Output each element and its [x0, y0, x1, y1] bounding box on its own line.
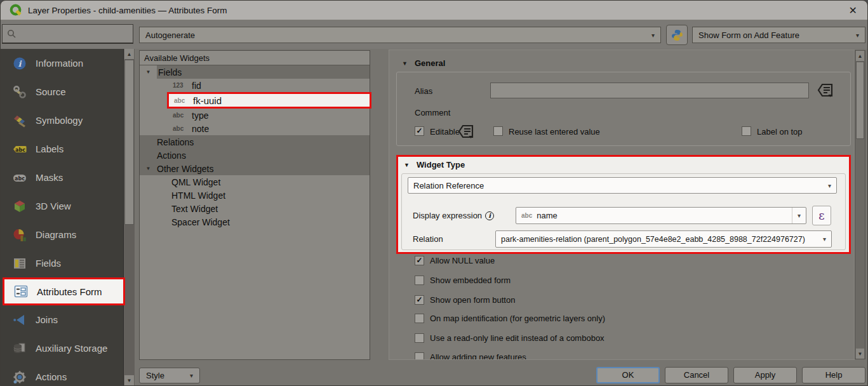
relation-label: Relation [413, 234, 443, 244]
option-label: Allow NULL value [430, 256, 495, 265]
window-title: Layer Properties - child-amenities — Att… [28, 6, 227, 15]
tree-group-label: Other Widgets [157, 164, 213, 174]
show-open-form-button-checkbox[interactable]: ✓ [415, 295, 424, 305]
form-layout-select[interactable]: Autogenerate ▾ [139, 27, 661, 43]
sidebar-item-joins[interactable]: Joins [1, 305, 123, 334]
ok-button[interactable]: OK [596, 367, 660, 383]
source-icon [12, 84, 27, 100]
info-icon: i [485, 211, 494, 220]
option-label: Show open form button [430, 295, 515, 305]
expression-builder-button[interactable]: ε [812, 206, 831, 225]
collapse-arrow-icon: ▼ [402, 60, 408, 67]
data-defined-override-icon[interactable] [457, 123, 474, 140]
apply-button[interactable]: Apply [733, 367, 797, 383]
sidebar-item-diagrams[interactable]: Diagrams [1, 220, 123, 249]
sidebar-item-3d-view[interactable]: 3D View [1, 192, 123, 220]
sidebar-scrollbar[interactable]: ▲ ▼ [123, 49, 135, 385]
python-init-button[interactable] [666, 25, 688, 45]
alias-input[interactable] [490, 83, 809, 98]
allow-adding-features-option[interactable]: Allow adding new features [415, 352, 526, 360]
tree-group-relations[interactable]: Relations [140, 135, 370, 149]
text-type-icon: abc [173, 125, 192, 132]
widget-type-header[interactable]: ▼ Widget Type [404, 160, 465, 170]
tree-item-label: fk-uuid [193, 95, 222, 106]
reuse-last-value-checkbox[interactable] [493, 126, 503, 136]
readonly-line-edit-checkbox[interactable] [415, 333, 424, 343]
sidebar-item-auxiliary-storage[interactable]: Auxiliary Storage [1, 334, 123, 363]
tree-item-note[interactable]: abc note [140, 122, 370, 135]
label-on-top-checkbox[interactable] [742, 126, 751, 136]
display-expression-select[interactable]: abc name ▾ [516, 207, 806, 224]
sidebar-item-labels[interactable]: abc Labels [1, 135, 123, 163]
tree-item-label: Text Widget [171, 204, 218, 214]
help-button[interactable]: Help [802, 367, 865, 383]
scroll-down-icon[interactable]: ▼ [856, 349, 864, 359]
settings-scrollbar[interactable]: ▲ ▼ [855, 50, 865, 359]
editable-checkbox[interactable]: ✓ [415, 126, 424, 136]
tree-item-qml-widget[interactable]: QML Widget [140, 175, 370, 189]
qgis-logo-icon [10, 4, 22, 17]
properties-sidebar: i Information Source Symbology abc Label… [1, 49, 123, 385]
general-section-header[interactable]: ▼ General [402, 58, 445, 68]
sidebar-item-label: Fields [36, 258, 61, 269]
tree-item-spacer-widget[interactable]: Spacer Widget [140, 215, 370, 229]
sidebar-item-fields[interactable]: Fields [1, 249, 123, 277]
tree-group-other-widgets[interactable]: ▼ Other Widgets [140, 162, 370, 175]
scroll-up-icon[interactable]: ▲ [856, 51, 864, 61]
display-expression-value: name [537, 211, 558, 220]
allow-null-checkbox[interactable]: ✓ [415, 256, 424, 265]
text-type-icon: abc [521, 212, 532, 219]
tree-group-actions[interactable]: Actions [140, 149, 370, 162]
tree-item-label: HTML Widget [171, 190, 225, 201]
style-menu-button[interactable]: Style ▾ [139, 368, 200, 383]
sidebar-item-source[interactable]: Source [1, 77, 123, 106]
chevron-down-icon[interactable]: ▾ [792, 208, 806, 223]
widget-type-select[interactable]: Relation Reference ▾ [408, 177, 837, 194]
show-form-select[interactable]: Show Form on Add Feature ▾ [692, 27, 865, 43]
readonly-line-edit-option[interactable]: Use a read-only line edit instead of a c… [415, 333, 604, 343]
tree-group-label: Fields [158, 67, 182, 77]
diagrams-icon [12, 227, 27, 243]
on-map-identification-checkbox[interactable] [415, 314, 424, 323]
tree-item-type[interactable]: abc type [140, 109, 370, 122]
masks-icon: abc [12, 170, 27, 185]
show-embedded-form-option[interactable]: Show embedded form [415, 276, 511, 285]
form-layout-value: Autogenerate [145, 30, 195, 40]
sidebar-item-masks[interactable]: abc Masks [1, 163, 123, 192]
tree-group-fields[interactable]: ▼ Fields [140, 65, 370, 79]
expander-icon[interactable]: ▼ [140, 166, 157, 171]
sidebar-item-attributes-form[interactable]: Attributes Form [3, 277, 125, 305]
sidebar-item-information[interactable]: i Information [1, 49, 123, 77]
show-open-form-button-option[interactable]: ✓ Show open form button [415, 295, 515, 305]
sidebar-item-symbology[interactable]: Symbology [1, 106, 123, 135]
auxiliary-storage-icon [12, 341, 27, 356]
show-embedded-form-checkbox[interactable] [415, 276, 424, 285]
data-defined-override-icon[interactable] [816, 82, 834, 98]
chevron-down-icon: ▾ [856, 32, 859, 39]
allow-null-option[interactable]: ✓ Allow NULL value [415, 256, 495, 265]
reuse-last-value-label: Reuse last entered value [509, 127, 600, 136]
tree-item-text-widget[interactable]: Text Widget [140, 202, 370, 215]
scrollbar-thumb[interactable] [124, 60, 134, 225]
expander-icon[interactable]: ▼ [140, 69, 157, 75]
label-on-top-label: Label on top [757, 127, 803, 136]
close-icon[interactable]: ✕ [846, 4, 860, 17]
svg-text:abc: abc [15, 175, 25, 181]
3d-view-icon [12, 199, 27, 214]
tree-item-fid[interactable]: 123 fid [140, 79, 370, 92]
available-widgets-panel: Available Widgets ▼ Fields 123 fid abc f… [139, 50, 370, 360]
scroll-down-icon[interactable]: ▼ [124, 375, 134, 385]
sidebar-item-label: Symbology [36, 115, 83, 126]
search-input[interactable] [2, 24, 133, 44]
tree-item-fk-uuid[interactable]: abc fk-uuid [167, 92, 371, 109]
sidebar-item-label: Masks [36, 172, 63, 183]
relation-select[interactable]: park-amenities-relation (parent_polygon_… [495, 230, 832, 248]
allow-adding-features-checkbox[interactable] [415, 352, 424, 360]
cancel-button[interactable]: Cancel [665, 367, 728, 383]
tree-item-html-widget[interactable]: HTML Widget [140, 189, 370, 202]
scrollbar-thumb[interactable] [856, 62, 864, 139]
scroll-up-icon[interactable]: ▲ [124, 49, 134, 59]
sidebar-item-actions[interactable]: Actions [1, 363, 123, 386]
chevron-down-icon: ▾ [190, 372, 193, 379]
on-map-identification-option[interactable]: On map identification (for geometric lay… [415, 314, 605, 323]
